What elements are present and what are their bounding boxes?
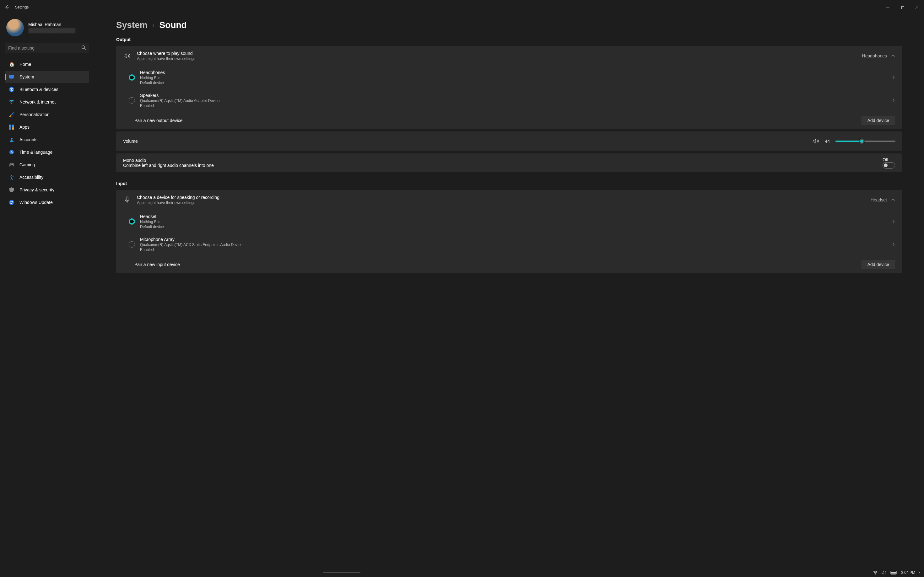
input-device-headset[interactable]: Headset Nothing Ear Default device <box>116 210 902 233</box>
radio-unselected-icon[interactable] <box>129 97 135 103</box>
tray-time[interactable]: 3:04 PM <box>901 571 915 575</box>
content-area: System › Sound Output Choose where to pl… <box>94 15 924 568</box>
add-input-device-button[interactable]: Add device <box>861 260 895 269</box>
apps-icon <box>9 124 15 130</box>
home-icon: 🏠 <box>9 61 15 67</box>
system-icon <box>9 74 15 80</box>
svg-rect-4 <box>10 79 13 79</box>
radio-selected-icon[interactable] <box>129 74 135 81</box>
breadcrumb: System › Sound <box>116 20 902 30</box>
mono-audio-row[interactable]: Mono audio Combine left and right audio … <box>116 153 902 172</box>
nav-system[interactable]: System <box>5 71 89 83</box>
choose-output-title: Choose where to play sound <box>137 51 856 56</box>
svg-rect-18 <box>891 572 896 574</box>
nav-accounts[interactable]: Accounts <box>5 134 89 145</box>
accounts-icon <box>9 137 15 142</box>
svg-point-6 <box>11 103 12 104</box>
gaming-icon: 🎮 <box>9 162 15 168</box>
svg-rect-10 <box>12 127 14 130</box>
titlebar: Settings <box>0 0 924 15</box>
radio-unselected-icon[interactable] <box>129 241 135 248</box>
bluetooth-icon <box>9 87 15 92</box>
tray-battery-icon[interactable] <box>890 571 897 574</box>
svg-rect-1 <box>901 6 904 9</box>
system-tray[interactable]: 3:04 PM <box>873 571 920 575</box>
nav-accessibility[interactable]: Accessibility <box>5 171 89 183</box>
search-icon <box>81 45 86 50</box>
tray-wifi-icon[interactable] <box>873 571 878 574</box>
nav-network[interactable]: Network & internet <box>5 96 89 108</box>
volume-icon[interactable] <box>813 139 819 144</box>
chevron-right-icon <box>891 76 895 79</box>
nav-list: 🏠Home System Bluetooth & devices Network… <box>5 58 89 208</box>
nav-bluetooth[interactable]: Bluetooth & devices <box>5 84 89 95</box>
svg-rect-15 <box>126 197 128 200</box>
choose-input-row[interactable]: Choose a device for speaking or recordin… <box>116 190 902 210</box>
pair-output-label: Pair a new output device <box>134 118 856 123</box>
nav-update[interactable]: Windows Update <box>5 197 89 208</box>
app-title: Settings <box>15 5 29 10</box>
accessibility-icon <box>9 174 15 180</box>
breadcrumb-current: Sound <box>160 20 187 30</box>
output-device-speakers[interactable]: Speakers Qualcomm(R) Aqstic(TM) Audio Ad… <box>116 89 902 112</box>
nav-home[interactable]: 🏠Home <box>5 58 89 70</box>
chevron-up-icon <box>891 198 895 202</box>
profile-name: Mishaal Rahman <box>28 22 75 27</box>
choose-output-row[interactable]: Choose where to play sound Apps might ha… <box>116 46 902 66</box>
profile-block[interactable]: Mishaal Rahman <box>5 15 89 43</box>
output-device-headphones[interactable]: Headphones Nothing Ear Default device <box>116 66 902 89</box>
microphone-icon <box>123 197 131 203</box>
maximize-button[interactable] <box>895 0 909 15</box>
nav-privacy[interactable]: Privacy & security <box>5 184 89 196</box>
choose-input-sub: Apps might have their own settings <box>137 200 865 205</box>
svg-point-11 <box>11 138 13 140</box>
nav-apps[interactable]: Apps <box>5 121 89 133</box>
close-button[interactable] <box>909 0 924 15</box>
brush-icon: 🖌️ <box>9 112 15 117</box>
taskbar[interactable]: 3:04 PM <box>0 568 924 577</box>
chevron-up-icon <box>891 54 895 58</box>
chevron-right-icon <box>891 243 895 246</box>
input-device-micarray[interactable]: Microphone Array Qualcomm(R) Aqstic(TM) … <box>116 233 902 256</box>
pair-input-label: Pair a new input device <box>134 262 856 267</box>
pair-output-row: Pair a new output device Add device <box>116 112 902 129</box>
speaker-icon <box>123 53 131 59</box>
mono-title: Mono audio <box>123 158 214 163</box>
svg-rect-9 <box>9 127 11 130</box>
mono-toggle[interactable] <box>882 162 895 169</box>
tray-volume-icon[interactable] <box>882 571 887 575</box>
input-choose-group: Choose a device for speaking or recordin… <box>116 190 902 273</box>
avatar <box>6 19 24 36</box>
back-button[interactable] <box>0 5 14 10</box>
taskbar-handle[interactable] <box>323 572 360 573</box>
profile-sub-redacted <box>28 28 75 33</box>
svg-point-16 <box>875 574 876 574</box>
pair-input-row: Pair a new input device Add device <box>116 256 902 273</box>
nav-gaming[interactable]: 🎮Gaming <box>5 159 89 171</box>
output-heading: Output <box>116 37 902 42</box>
sidebar: Mishaal Rahman 🏠Home System Bluetooth & … <box>0 15 94 568</box>
radio-selected-icon[interactable] <box>129 218 135 225</box>
svg-rect-7 <box>9 124 11 127</box>
input-heading: Input <box>116 181 902 186</box>
volume-slider[interactable] <box>835 140 895 142</box>
clock-icon <box>9 149 15 155</box>
search-input[interactable] <box>5 43 89 53</box>
search-box[interactable] <box>5 43 89 53</box>
volume-row: Volume 44 <box>116 131 902 151</box>
choose-output-sub: Apps might have their own settings <box>137 56 856 61</box>
nav-time[interactable]: Time & language <box>5 146 89 158</box>
add-output-device-button[interactable]: Add device <box>861 116 895 125</box>
breadcrumb-parent[interactable]: System <box>116 20 147 30</box>
chevron-right-icon <box>891 98 895 102</box>
tray-notification-dot[interactable] <box>919 572 920 573</box>
output-choose-group: Choose where to play sound Apps might ha… <box>116 46 902 129</box>
mono-state: Off <box>882 157 888 162</box>
svg-rect-8 <box>12 124 14 127</box>
nav-personalization[interactable]: 🖌️Personalization <box>5 108 89 121</box>
svg-rect-3 <box>9 75 14 78</box>
minimize-button[interactable] <box>881 0 895 15</box>
svg-point-13 <box>11 175 12 176</box>
svg-point-2 <box>82 45 84 48</box>
choose-input-title: Choose a device for speaking or recordin… <box>137 195 865 200</box>
